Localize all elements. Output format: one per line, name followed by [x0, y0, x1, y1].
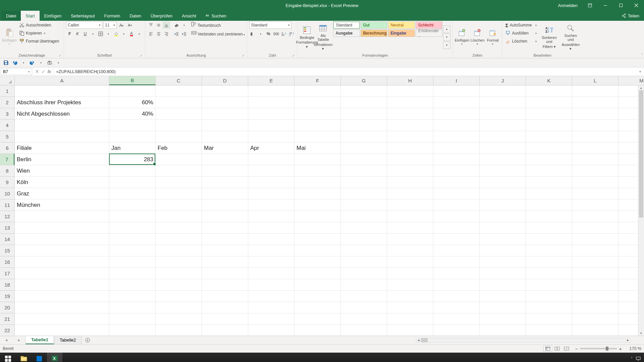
cell[interactable]: [572, 120, 619, 131]
cell[interactable]: [15, 291, 109, 302]
add-sheet-button[interactable]: [82, 336, 93, 344]
cell[interactable]: [248, 313, 294, 325]
column-header[interactable]: C: [156, 76, 202, 85]
cell[interactable]: [572, 325, 619, 336]
cell[interactable]: [572, 154, 619, 165]
cell[interactable]: [294, 302, 341, 313]
sort-filter-button[interactable]: AZ Sortieren und Filtern ▾: [539, 21, 559, 53]
cell[interactable]: [202, 85, 248, 97]
cells-format-button[interactable]: Format▾: [486, 21, 500, 53]
cell[interactable]: [248, 188, 294, 199]
tell-me-search[interactable]: Suchen: [201, 11, 230, 21]
cell[interactable]: [248, 256, 294, 268]
zoom-level[interactable]: 170 %: [624, 346, 641, 351]
save-icon[interactable]: [2, 59, 10, 66]
cell[interactable]: [526, 85, 572, 97]
cell[interactable]: [572, 291, 619, 302]
tab-home[interactable]: Start: [21, 11, 39, 21]
cell[interactable]: Wien: [15, 165, 109, 177]
cell[interactable]: [156, 120, 202, 131]
cell[interactable]: [433, 256, 480, 268]
cell[interactable]: [433, 211, 480, 222]
cell[interactable]: [109, 120, 156, 131]
cell[interactable]: [387, 245, 433, 256]
cell[interactable]: München: [15, 199, 109, 211]
cell[interactable]: [294, 268, 341, 279]
column-header[interactable]: M: [619, 76, 644, 85]
cell[interactable]: [387, 256, 433, 268]
cell[interactable]: [480, 279, 526, 291]
format-as-table-button[interactable]: Als Tabelle formatieren ▾: [316, 21, 330, 53]
cell[interactable]: [109, 302, 156, 313]
cell[interactable]: [526, 268, 572, 279]
tab-formulas[interactable]: Formeln: [100, 11, 125, 21]
cell[interactable]: [294, 120, 341, 131]
cell[interactable]: [480, 177, 526, 188]
taskbar-app[interactable]: [32, 353, 47, 362]
cell[interactable]: [202, 325, 248, 336]
cell[interactable]: [572, 177, 619, 188]
cell[interactable]: [248, 279, 294, 291]
accounting-format-icon[interactable]: ₿: [249, 30, 257, 38]
cell[interactable]: [433, 268, 480, 279]
fill-button[interactable]: Ausfüllen▾: [504, 29, 538, 37]
cell[interactable]: [526, 256, 572, 268]
cell[interactable]: [15, 222, 109, 234]
underline-button[interactable]: U: [82, 30, 89, 38]
cell[interactable]: [156, 279, 202, 291]
row-header[interactable]: 19: [0, 291, 14, 302]
cell[interactable]: [341, 256, 387, 268]
tab-file[interactable]: Datei: [1, 11, 21, 21]
cell[interactable]: [294, 279, 341, 291]
cell[interactable]: [294, 188, 341, 199]
autosum-button[interactable]: Σ AutoSumme▾: [504, 21, 538, 29]
cell[interactable]: [202, 222, 248, 234]
cell[interactable]: [526, 279, 572, 291]
cell[interactable]: [248, 165, 294, 177]
tab-review[interactable]: Überprüfen: [146, 11, 177, 21]
align-middle-icon[interactable]: [155, 21, 162, 29]
insert-function-icon[interactable]: fx: [48, 69, 51, 74]
cell[interactable]: [341, 154, 387, 165]
column-header[interactable]: H: [387, 76, 433, 85]
cell[interactable]: [341, 291, 387, 302]
cell[interactable]: 283: [109, 154, 156, 165]
orientation-icon[interactable]: ab: [173, 21, 180, 29]
cell[interactable]: [526, 177, 572, 188]
cell[interactable]: [480, 120, 526, 131]
cell[interactable]: [572, 85, 619, 97]
cell[interactable]: [526, 199, 572, 211]
cell[interactable]: [387, 154, 433, 165]
cell[interactable]: [572, 165, 619, 177]
cell[interactable]: [387, 131, 433, 142]
cell[interactable]: [202, 177, 248, 188]
cell[interactable]: [109, 211, 156, 222]
cell[interactable]: [109, 268, 156, 279]
cell[interactable]: [480, 131, 526, 142]
cell[interactable]: [202, 234, 248, 245]
undo-menu-icon[interactable]: ▾: [19, 59, 28, 66]
borders-menu-icon[interactable]: ▾: [105, 30, 112, 38]
sign-in-button[interactable]: Anmelden: [553, 3, 582, 8]
horizontal-scroll-thumb[interactable]: [421, 338, 428, 342]
cell[interactable]: [572, 279, 619, 291]
cell[interactable]: [341, 245, 387, 256]
cell-style-good[interactable]: Gut: [361, 21, 387, 29]
zoom-out-icon[interactable]: −: [575, 346, 578, 352]
cell[interactable]: [294, 291, 341, 302]
cell[interactable]: [387, 222, 433, 234]
cell[interactable]: [387, 177, 433, 188]
row-header[interactable]: 3: [0, 108, 14, 120]
cell[interactable]: Mar: [202, 142, 248, 154]
cell[interactable]: [480, 154, 526, 165]
cell[interactable]: [387, 142, 433, 154]
font-size-combo[interactable]: 11▾: [103, 21, 117, 29]
cell[interactable]: [387, 268, 433, 279]
cell[interactable]: [294, 222, 341, 234]
cell[interactable]: [248, 131, 294, 142]
row-header[interactable]: 22: [0, 325, 14, 336]
cell[interactable]: [387, 97, 433, 108]
cell[interactable]: [433, 154, 480, 165]
cell[interactable]: [341, 302, 387, 313]
decrease-font-icon[interactable]: A▾: [126, 21, 133, 29]
